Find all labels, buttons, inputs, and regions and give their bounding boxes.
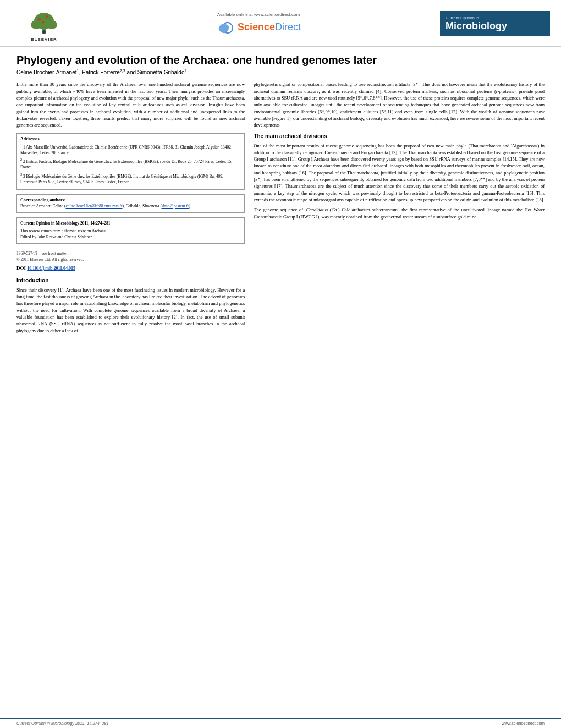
two-col-layout: Little more than 30 years since the disc… (16, 81, 544, 337)
svg-point-3 (46, 20, 57, 29)
header-center: Available online at www.sciencedirect.co… (77, 12, 440, 36)
journal-branding: Current Opinion in Microbiology (440, 11, 550, 36)
sciencedirect-text: ScienceDirect (238, 21, 301, 33)
elsevier-label: ELSEVIER (31, 37, 57, 42)
info-edited: Edited by John Reeve and Christa Schlepe… (20, 234, 241, 240)
article-body: Phylogeny and evolution of the Archaea: … (0, 47, 561, 718)
doi-value[interactable]: 10.1016/j.mib.2011.04.015 (27, 266, 75, 271)
svg-point-7 (42, 30, 46, 34)
main-divisions-heading: The main archaeal divisions (254, 133, 544, 140)
address2: 2 2 Institut Pasteur, Biologie Moleculai… (20, 157, 241, 171)
addresses-title: Addresses (20, 136, 241, 141)
sciencedirect-icon (216, 19, 235, 36)
corresponding-box: Corresponding authors: Brochier-Armanet,… (16, 194, 245, 213)
sciencedirect-logo: ScienceDirect (77, 19, 440, 36)
elsevier-tree-icon (28, 6, 61, 36)
author3: and Simonetta Gribaldo (125, 69, 185, 75)
ca-label: Ca. (332, 207, 338, 212)
left-column: Little more than 30 years since the disc… (16, 81, 245, 337)
copyright-year: © 2011 Elsevier Ltd. All rights reserved… (16, 256, 245, 262)
svg-point-4 (38, 18, 41, 20)
author2: , Patrick Forterre (79, 69, 119, 75)
email2[interactable]: simo@pasteur.fr (162, 204, 189, 209)
info-journal: Current Opinion in Microbiology 2011, 14… (20, 221, 241, 227)
available-online-text: Available online at www.sciencedirect.co… (77, 12, 440, 17)
addresses-box: Addresses 1 1 Aix-Marseille Université, … (16, 133, 245, 190)
journal-ref: Current Opinion in Microbiology 2011, 14… (20, 221, 110, 226)
info-review: This review comes from a themed issue on… (20, 228, 241, 234)
journal-title: Microbiology (446, 21, 544, 32)
article-title: Phylogeny and evolution of the Archaea: … (16, 53, 544, 67)
article-authors: Celine Brochier-Armanet1, Patrick Forter… (16, 69, 544, 75)
page: ELSEVIER Available online at www.science… (0, 0, 561, 728)
author2-sup: 2,3 (120, 69, 125, 73)
right-col-text1: phylogenetic signal or compositional bia… (254, 81, 544, 128)
footer-left: Current Opinion in Microbiology 2011, 14… (16, 721, 109, 726)
footer-right: www.sciencedirect.com (502, 721, 544, 726)
svg-point-6 (42, 21, 44, 23)
info-box: Current Opinion in Microbiology 2011, 14… (16, 217, 245, 244)
svg-point-5 (46, 15, 48, 18)
main-divisions-text: One of the most important results of rec… (254, 143, 544, 204)
header-left: ELSEVIER (11, 6, 77, 42)
doi-label: DOI (16, 265, 26, 271)
header: ELSEVIER Available online at www.science… (0, 0, 561, 47)
address1: 1 1 Aix-Marseille Université, Laboratoir… (20, 143, 241, 156)
svg-point-2 (31, 20, 42, 29)
author1: Celine Brochier-Armanet (16, 69, 77, 75)
copyright-text: 1369-5274/$ – see front matter (16, 250, 245, 256)
address3: 3 3 Biologie Moléculaire du Gène chez le… (20, 172, 241, 185)
abstract-text: Little more than 30 years since the disc… (16, 81, 245, 128)
genome-sequence-text: The genome sequence of 'Candidatus (Ca.)… (254, 206, 544, 220)
corresponding-title: Corresponding authors: (20, 198, 241, 202)
footer: Current Opinion in Microbiology 2011, 14… (0, 718, 561, 728)
author3-sup: 2 (184, 69, 186, 73)
candidatus-label: 'Candidatus (305, 207, 328, 212)
copyright-box: 1369-5274/$ – see front matter © 2011 El… (16, 248, 245, 273)
email1[interactable]: celine.brocHier@ifr88.cnrs-mrs.fr (66, 204, 123, 209)
introduction-heading: Introduction (16, 277, 245, 284)
elsevier-logo: ELSEVIER (11, 6, 77, 42)
right-column: phylogenetic signal or compositional bia… (254, 81, 544, 337)
corresponding-text: Brochier-Armanet, Celine (celine.brocHie… (20, 204, 241, 210)
intro-text: Since their discovery [1], Archaea have … (16, 287, 245, 334)
